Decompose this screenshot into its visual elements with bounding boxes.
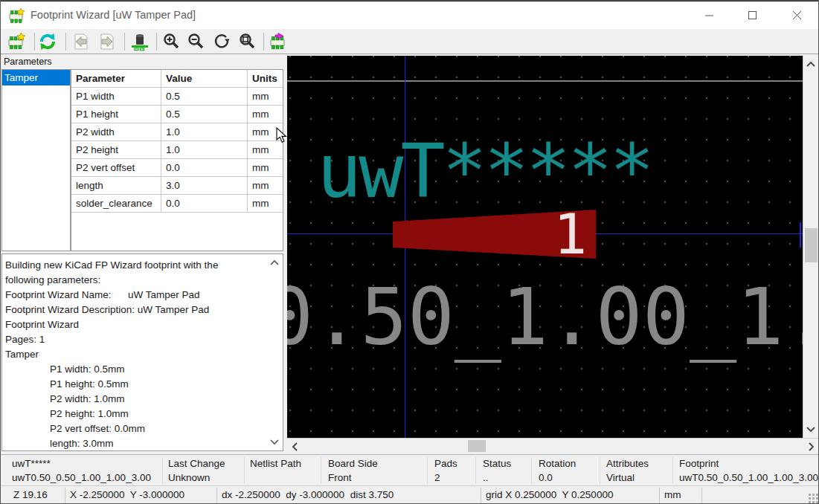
column-header-units: Units [248, 70, 283, 88]
table-row: solder_clearance 0.0 mm [71, 195, 283, 213]
close-button[interactable] [780, 1, 815, 30]
zoom-in-button[interactable] [161, 30, 183, 53]
window-title: Footprint Wizard [uW Tamper Pad] [30, 9, 196, 21]
zoom-out-button[interactable] [185, 30, 208, 53]
info-rotation: Rotation0.0 [539, 456, 576, 485]
relative-delta: dx -2.250000 dy -3.000000 dist 3.750 [222, 489, 394, 500]
table-row: P2 width 1.0 mm [71, 123, 283, 141]
redraw-view-icon [212, 32, 231, 51]
info-separator [244, 457, 245, 484]
zoom-level: Z 19.16 [13, 489, 48, 500]
info-reference-line1: uwT***** [12, 456, 151, 471]
table-row: P2 vert offset 0.0 mm [71, 159, 283, 177]
cursor-position: X -2.250000 Y -3.000000 [70, 489, 184, 500]
message-line: P1 height: 0.5mm [5, 377, 283, 392]
zoom-fit-icon [238, 32, 257, 51]
param-value-cell[interactable]: 0.0 [161, 195, 248, 213]
param-value-cell[interactable]: 3.0 [161, 177, 248, 195]
message-panel-scrollbar[interactable] [269, 254, 282, 450]
message-panel: Building new KiCad FP Wizard footprint w… [1, 253, 283, 451]
param-units: mm [248, 141, 283, 159]
param-name: P1 width [71, 88, 161, 106]
param-name: P2 vert offset [71, 159, 161, 177]
component-pin-button[interactable] [129, 30, 151, 53]
scroll-up-icon[interactable] [269, 257, 280, 269]
param-units: mm [248, 177, 283, 195]
info-separator [321, 457, 321, 484]
info-value: 2 [434, 471, 457, 485]
maximize-button[interactable] [736, 1, 770, 30]
minimize-icon [705, 11, 714, 20]
footprint-wizard-window: Footprint Wizard [uW Tamper Pad] [0, 0, 819, 504]
param-value-cell[interactable]: 0.0 [161, 159, 248, 177]
message-line: Footprint Wizard [5, 317, 283, 332]
scroll-down-icon[interactable] [269, 436, 280, 448]
kicad-footprint-wizard-icon [7, 7, 25, 25]
vertical-scroll-thumb[interactable] [805, 228, 818, 262]
info-separator [600, 457, 600, 484]
resize-grip[interactable] [808, 493, 818, 503]
table-row: P1 height 0.5 mm [71, 106, 283, 123]
info-value: Virtual [606, 471, 649, 485]
footprint-wizard-select-button[interactable] [5, 30, 28, 53]
page-item-tamper[interactable]: Tamper [2, 70, 70, 85]
status-separator [65, 488, 65, 504]
info-footprint-name: FootprintuwT0.50_0.50_1.00_1.00_3.00 [679, 456, 818, 485]
parameters-caption: Parameters [4, 56, 52, 67]
toolbar-separator [263, 33, 264, 51]
maximize-icon [748, 11, 757, 20]
coordinate-status-bar: Z 19.16 X -2.250000 Y -3.000000 dx -2.25… [1, 485, 819, 504]
footprint-info-bar: uwT*****uwT0.50_0.50_1.00_1.00_3.00 Last… [1, 454, 819, 485]
export-footprint-button[interactable] [267, 30, 289, 53]
info-label: Status [483, 456, 511, 471]
param-value-cell[interactable]: 0.5 [161, 106, 248, 123]
info-label: Attributes [606, 456, 649, 471]
param-value-cell[interactable]: 1.0 [161, 141, 248, 159]
reload-wizard-button[interactable] [36, 30, 59, 53]
info-value: .. [483, 471, 511, 485]
status-separator [216, 488, 217, 504]
units-indicator: mm [664, 489, 681, 500]
zoom-fit-button[interactable] [237, 30, 259, 53]
info-separator [672, 457, 673, 484]
param-name: length [71, 177, 161, 195]
info-value [250, 471, 301, 485]
column-header-value: Value [161, 70, 248, 88]
minimize-button[interactable] [693, 1, 727, 30]
param-units: mm [248, 106, 283, 123]
param-units: mm [248, 195, 283, 213]
grid-setting: grid X 0.250000 Y 0.250000 [486, 489, 613, 500]
horizontal-scroll-thumb[interactable] [468, 440, 486, 452]
param-name: P1 height [71, 106, 161, 123]
scroll-up-icon[interactable] [805, 59, 817, 71]
close-icon [793, 11, 802, 20]
message-line: Building new KiCad FP Wizard footprint w… [5, 258, 283, 273]
message-line: P1 width: 0.5mm [5, 362, 283, 377]
param-value-cell[interactable]: 0.5 [161, 88, 248, 106]
parameter-grid-header: Parameter Value Units [71, 70, 283, 88]
message-line: P2 height: 1.0mm [5, 407, 283, 421]
footprint-canvas[interactable]: uwT***** 0.50_1.00_1.00_3.00 1 [287, 56, 803, 438]
next-page-button[interactable] [96, 30, 118, 53]
previous-page-button[interactable] [70, 30, 92, 53]
info-value: 0.0 [539, 471, 576, 485]
param-value-cell[interactable]: 1.0 [161, 123, 248, 141]
param-units: mm [248, 88, 283, 106]
message-line: P2 vert offset: 0.0mm [5, 421, 283, 436]
scroll-down-icon[interactable] [805, 423, 817, 435]
message-line: length: 3.0mm [5, 436, 283, 451]
message-line: Footprint Wizard Description: uW Tamper … [5, 303, 283, 317]
info-separator [427, 457, 428, 484]
info-value: uwT0.50_0.50_1.00_1.00_3.00 [679, 471, 818, 485]
table-row: P1 width 0.5 mm [71, 88, 283, 106]
canvas-horizontal-scrollbar[interactable] [287, 438, 819, 454]
next-page-icon [97, 32, 117, 51]
scroll-left-icon[interactable] [289, 441, 301, 453]
reload-wizard-icon [38, 32, 57, 51]
redraw-view-button[interactable] [211, 30, 233, 53]
component-pin-icon [130, 32, 150, 51]
info-label: Netlist Path [250, 456, 301, 471]
title-bar: Footprint Wizard [uW Tamper Pad] [1, 1, 819, 29]
scroll-right-icon[interactable] [805, 441, 817, 453]
message-line: Footprint Wizard Name: uW Tamper Pad [5, 288, 283, 303]
